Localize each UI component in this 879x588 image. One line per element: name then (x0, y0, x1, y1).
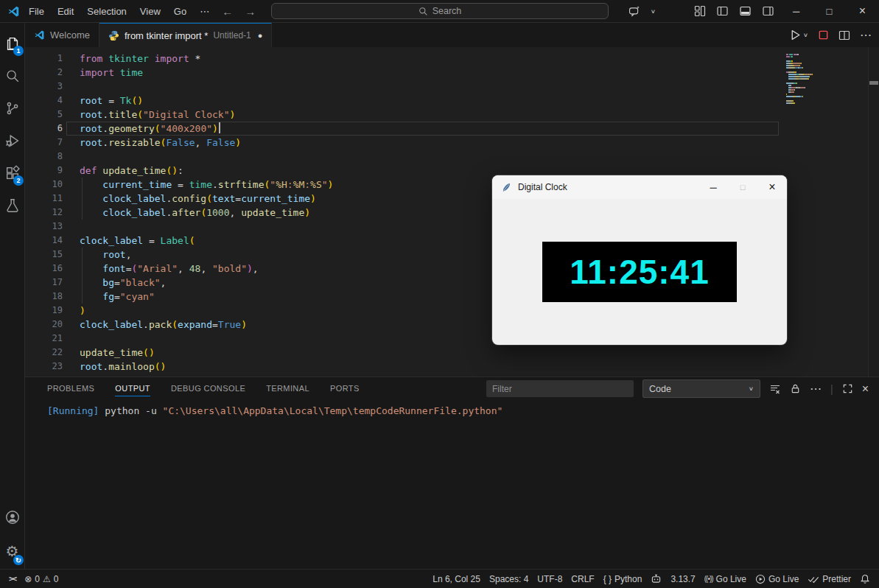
line-number: 4 (25, 94, 63, 108)
go-live-play[interactable]: Go Live (751, 570, 803, 588)
indent-guide (82, 248, 83, 262)
code-line[interactable]: 8 (25, 150, 879, 164)
stop-button[interactable] (818, 29, 829, 41)
encoding[interactable]: UTF-8 (533, 570, 567, 588)
clock-close-button[interactable]: × (757, 175, 787, 199)
clock-maximize-button[interactable]: □ (728, 175, 757, 199)
back-arrow-icon[interactable]: ← (216, 5, 239, 18)
command-center-search[interactable]: Search (271, 3, 609, 19)
panel-tab-problems[interactable]: PROBLEMS (47, 377, 94, 399)
eol-sequence[interactable]: CRLF (567, 570, 598, 588)
panel-tab-terminal[interactable]: TERMINAL (266, 377, 309, 399)
editor-more-actions-icon[interactable]: ⋯ (860, 28, 872, 42)
menu-selection[interactable]: Selection (80, 6, 133, 17)
clock-window-titlebar[interactable]: Digital Clock ─ □ × (492, 175, 787, 199)
tab-untitled-1[interactable]: from tkinter import * Untitled-1 ● (99, 23, 272, 47)
indentation[interactable]: Spaces: 4 (485, 570, 533, 588)
testing-icon[interactable] (0, 189, 24, 222)
modified-dot-icon[interactable]: ● (258, 31, 263, 40)
menu-go[interactable]: Go (167, 6, 193, 17)
go-live-broadcast[interactable]: ((•)) Go Live (700, 570, 751, 588)
indent-guide (82, 178, 83, 192)
window-maximize-button[interactable]: □ (813, 0, 846, 22)
search-view-icon[interactable] (0, 60, 24, 92)
run-debug-icon[interactable] (0, 125, 24, 157)
minimap[interactable] (786, 54, 830, 105)
close-panel-icon[interactable]: × (862, 382, 869, 396)
copilot-chevron-icon[interactable]: ∨ (645, 8, 661, 15)
cursor-position[interactable]: Ln 6, Col 25 (428, 570, 485, 588)
overview-ruler[interactable] (868, 47, 879, 377)
clock-minimize-button[interactable]: ─ (698, 175, 728, 199)
python-file-icon (108, 30, 119, 41)
line-content (63, 150, 80, 164)
titlebar: File Edit Selection View Go ⋯ ← → Search… (0, 0, 879, 23)
run-code-button[interactable]: ∨ (789, 29, 808, 41)
menu-more-icon[interactable]: ⋯ (193, 6, 216, 17)
code-line[interactable]: 22update_time() (25, 346, 879, 360)
code-line[interactable]: 3 (25, 80, 879, 94)
line-content: update_time() (63, 346, 155, 360)
extensions-badge: 2 (13, 175, 24, 186)
menu-edit[interactable]: Edit (51, 6, 80, 17)
tab-bar: Welcome from tkinter import * Untitled-1… (25, 23, 879, 47)
python-version[interactable]: 3.13.7 (666, 570, 699, 588)
extensions-icon[interactable]: 2 (0, 157, 24, 189)
panel-tab-ports[interactable]: PORTS (330, 377, 360, 399)
accounts-icon[interactable] (0, 501, 24, 533)
code-line[interactable]: 1from tkinter import * (25, 52, 879, 66)
source-control-icon[interactable] (0, 92, 24, 125)
code-line[interactable]: 2import time (25, 66, 879, 80)
lock-autoscroll-icon[interactable] (790, 383, 801, 394)
titlebar-right: ∨ ─ □ × (623, 0, 879, 22)
code-line[interactable]: 7root.resizable(False, False) (25, 136, 879, 150)
warning-icon: ⚠ (43, 574, 51, 584)
vscode-window: File Edit Selection View Go ⋯ ← → Search… (0, 0, 879, 588)
broadcast-icon: ((•)) (704, 575, 713, 583)
window-minimize-button[interactable]: ─ (780, 0, 813, 22)
line-number: 14 (25, 234, 63, 248)
line-content: root, (63, 248, 131, 262)
panel-tab-debug-console[interactable]: DEBUG CONSOLE (171, 377, 245, 399)
language-mode[interactable]: { } Python (599, 570, 647, 588)
copilot-icon[interactable] (623, 5, 645, 18)
copilot-status[interactable] (646, 570, 666, 588)
problems-status[interactable]: ⊗ 0 ⚠ 0 (20, 570, 63, 588)
panel-tab-output[interactable]: OUTPUT (115, 377, 150, 399)
braces-icon: { } (603, 574, 612, 584)
clear-output-icon[interactable] (769, 383, 781, 395)
line-content: bg="black", (63, 276, 166, 290)
line-content: root.geometry("400x200") (63, 122, 220, 136)
explorer-icon[interactable]: 1 (0, 27, 24, 60)
menu-view[interactable]: View (133, 6, 167, 17)
output-content: [Running] python -u "C:\Users\all\AppDat… (25, 399, 879, 418)
panel-more-actions-icon[interactable]: ⋯ (810, 382, 822, 396)
settings-gear-icon[interactable]: ⚙ ↻ (0, 533, 24, 569)
prettier-status[interactable]: Prettier (803, 570, 855, 588)
toggle-panel-icon[interactable] (734, 5, 757, 17)
toggle-primary-sidebar-icon[interactable] (711, 5, 734, 17)
notifications-bell[interactable] (855, 570, 875, 588)
line-content: root.resizable(False, False) (63, 136, 241, 150)
split-editor-icon[interactable] (838, 29, 850, 41)
remote-indicator[interactable]: >< (4, 570, 20, 588)
window-close-button[interactable]: × (846, 0, 879, 22)
maximize-panel-icon[interactable] (842, 383, 853, 394)
code-line[interactable]: 5root.title("Digital Clock") (25, 108, 879, 122)
menu-file[interactable]: File (22, 6, 51, 17)
line-content: font=("Arial", 48, "bold"), (63, 262, 259, 276)
code-line[interactable]: 6root.geometry("400x200") (25, 122, 879, 136)
line-content (63, 80, 80, 94)
output-filter-input[interactable] (486, 380, 634, 397)
forward-arrow-icon[interactable]: → (239, 5, 262, 18)
line-number: 10 (25, 178, 63, 192)
code-line[interactable]: 23root.mainloop() (25, 360, 879, 374)
indent-guide (82, 192, 83, 206)
output-channel-dropdown[interactable]: Code ∨ (642, 379, 760, 398)
code-line[interactable]: 4root = Tk() (25, 94, 879, 108)
customize-layout-icon[interactable] (689, 5, 711, 17)
toggle-secondary-sidebar-icon[interactable] (757, 5, 780, 17)
tab-welcome[interactable]: Welcome (25, 23, 99, 47)
panel-header: PROBLEMS OUTPUT DEBUG CONSOLE TERMINAL P… (25, 377, 879, 399)
line-content: clock_label.pack(expand=True) (63, 318, 247, 332)
